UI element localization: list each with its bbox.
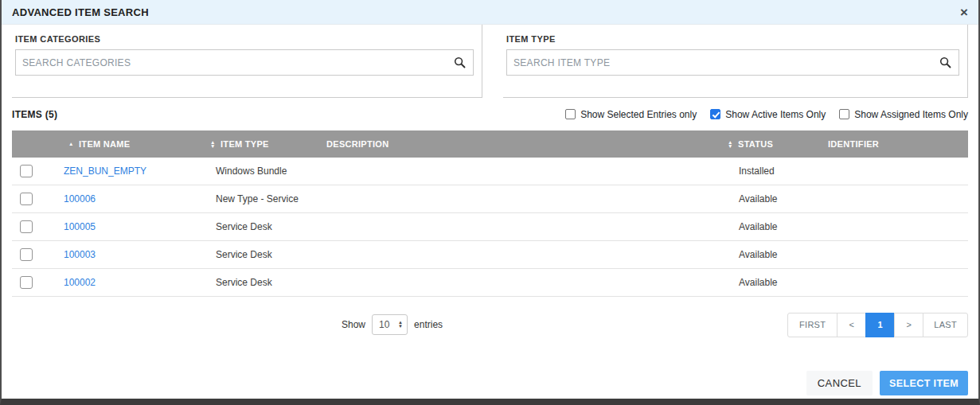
item-type-cell: Service Desk xyxy=(205,221,321,232)
status-cell: Available xyxy=(723,221,822,232)
dialog-footer: CANCEL SELECT ITEM xyxy=(806,371,968,395)
checkbox-label: Show Active Items Only xyxy=(725,109,826,120)
status-cell: Available xyxy=(723,193,822,204)
prev-page-button[interactable]: < xyxy=(837,313,866,337)
page-1-button[interactable]: 1 xyxy=(865,313,895,337)
search-icon[interactable] xyxy=(939,56,952,69)
column-header-select xyxy=(12,130,64,158)
column-header-item-name[interactable]: ▲ ITEM NAME xyxy=(64,130,205,158)
dialog-content: ITEM CATEGORIES ITEM TYPE xyxy=(2,25,978,349)
item-type-cell: Service Desk xyxy=(205,277,321,288)
sort-asc-icon: ▲ xyxy=(68,142,76,146)
item-name-link[interactable]: 100006 xyxy=(64,193,96,204)
items-count-label: ITEMS (5) xyxy=(12,109,57,120)
entries-label: entries xyxy=(414,319,443,330)
item-name-link[interactable]: 100003 xyxy=(64,249,96,260)
search-item-type-input[interactable] xyxy=(506,49,959,76)
show-label: Show xyxy=(342,319,365,330)
dialog-header: ADVANCED ITEM SEARCH × xyxy=(2,0,978,25)
row-checkbox[interactable] xyxy=(20,165,33,177)
page-size-value: 10 xyxy=(379,319,398,330)
pagination-row: Show 10 ▲▼ entries FIRST < 1 > LAST xyxy=(12,300,968,349)
row-checkbox[interactable] xyxy=(20,193,33,205)
checkbox-icon[interactable] xyxy=(565,109,576,119)
advanced-item-search-dialog: ADVANCED ITEM SEARCH × ITEM CATEGORIES I… xyxy=(0,0,980,405)
item-type-cell: New Type - Service xyxy=(205,193,321,204)
row-checkbox[interactable] xyxy=(20,276,33,289)
spinner-icon: ▲▼ xyxy=(398,321,403,329)
dialog-title: ADVANCED ITEM SEARCH xyxy=(12,6,149,18)
show-selected-entries-checkbox[interactable]: Show Selected Entries only xyxy=(565,109,697,120)
table-row: ZEN_BUN_EMPTY Windows Bundle Installed xyxy=(12,158,968,185)
row-checkbox[interactable] xyxy=(20,248,33,261)
page-size-control: Show 10 ▲▼ entries xyxy=(342,314,443,335)
last-page-button[interactable]: LAST xyxy=(923,313,968,337)
search-categories-input[interactable] xyxy=(15,49,474,76)
categories-search-wrap xyxy=(15,49,474,76)
item-name-link[interactable]: 100005 xyxy=(64,221,96,232)
item-categories-label: ITEM CATEGORIES xyxy=(15,34,474,44)
checkbox-label: Show Selected Entries only xyxy=(580,109,697,120)
filter-checkboxes: Show Selected Entries only Show Active I… xyxy=(565,109,968,120)
search-icon[interactable] xyxy=(453,56,467,69)
item-type-cell: Windows Bundle xyxy=(205,166,321,177)
column-header-item-type[interactable]: ▲▼ ITEM TYPE xyxy=(205,130,321,158)
cancel-button[interactable]: CANCEL xyxy=(806,371,873,395)
column-header-status[interactable]: ▲▼ STATUS xyxy=(723,130,822,158)
column-header-identifier: IDENTIFIER xyxy=(822,130,968,158)
items-filter-row: ITEMS (5) Show Selected Entries only Sho… xyxy=(12,98,968,130)
item-type-search-wrap xyxy=(506,49,959,76)
checkbox-icon[interactable] xyxy=(839,109,849,119)
checkbox-label: Show Assigned Items Only xyxy=(854,109,968,120)
sort-both-icon: ▲▼ xyxy=(728,140,735,149)
select-item-button[interactable]: SELECT ITEM xyxy=(880,371,968,395)
show-assigned-items-checkbox[interactable]: Show Assigned Items Only xyxy=(839,109,968,120)
item-categories-panel: ITEM CATEGORIES xyxy=(12,25,482,98)
search-panels: ITEM CATEGORIES ITEM TYPE xyxy=(12,25,968,98)
status-cell: Available xyxy=(723,277,822,288)
sort-both-icon: ▲▼ xyxy=(210,140,217,149)
table-row: 100002 Service Desk Available xyxy=(12,269,968,297)
show-active-items-checkbox[interactable]: Show Active Items Only xyxy=(710,109,826,120)
table-header-row: ▲ ITEM NAME ▲▼ ITEM TYPE DESCRIPTION ▲▼ … xyxy=(12,130,968,158)
pager: FIRST < 1 > LAST xyxy=(787,313,968,337)
items-table: ▲ ITEM NAME ▲▼ ITEM TYPE DESCRIPTION ▲▼ … xyxy=(12,130,968,297)
status-cell: Available xyxy=(723,249,822,260)
table-row: 100003 Service Desk Available xyxy=(12,241,968,269)
item-name-link[interactable]: ZEN_BUN_EMPTY xyxy=(64,166,146,177)
next-page-button[interactable]: > xyxy=(894,313,923,337)
status-cell: Installed xyxy=(723,166,822,177)
table-row: 100005 Service Desk Available xyxy=(12,213,968,241)
page-size-select[interactable]: 10 ▲▼ xyxy=(372,314,408,335)
item-type-panel: ITEM TYPE xyxy=(503,25,968,98)
first-page-button[interactable]: FIRST xyxy=(787,313,837,337)
table-row: 100006 New Type - Service Available xyxy=(12,185,968,213)
row-checkbox[interactable] xyxy=(20,220,33,233)
item-type-label: ITEM TYPE xyxy=(506,34,959,44)
close-icon[interactable]: × xyxy=(960,6,968,19)
column-header-description: DESCRIPTION xyxy=(321,130,723,158)
item-type-cell: Service Desk xyxy=(205,249,321,260)
item-name-link[interactable]: 100002 xyxy=(64,277,96,288)
checkbox-icon[interactable] xyxy=(710,109,720,119)
